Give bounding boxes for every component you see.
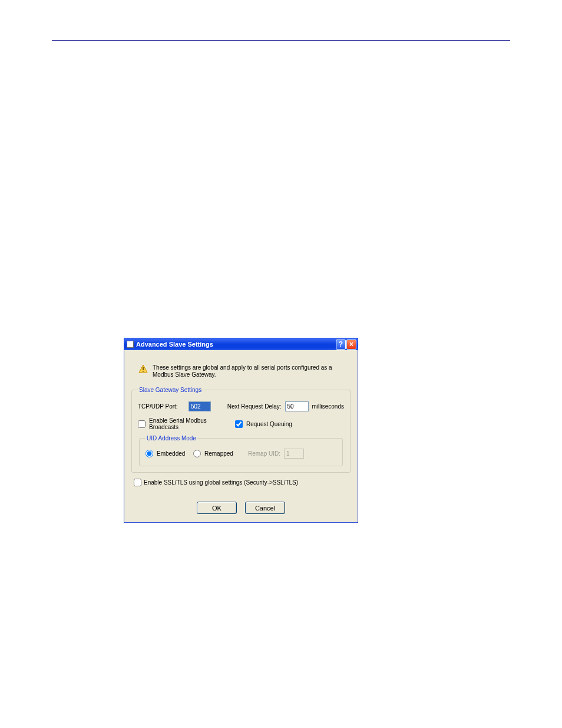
svg-rect-2	[143, 371, 144, 372]
help-button[interactable]: ?	[336, 340, 346, 350]
enable-ssl-label: Enable SSL/TLS using global settings (Se…	[144, 479, 298, 486]
uid-address-mode-group: UID Address Mode Embedded Remapped Remap…	[139, 435, 343, 466]
app-icon	[127, 341, 134, 348]
slave-gateway-settings-group: Slave Gateway Settings TCP/UDP Port: Nex…	[131, 387, 351, 473]
embedded-radio[interactable]	[146, 450, 153, 457]
milliseconds-label: milliseconds	[312, 403, 344, 410]
dialog-title: Advanced Slave Settings	[136, 341, 336, 348]
ok-button[interactable]: OK	[197, 502, 237, 514]
info-banner: These settings are global and apply to a…	[131, 360, 351, 383]
enable-broadcasts-label: Enable Serial Modbus Broadcasts	[149, 417, 232, 430]
enable-broadcasts-checkbox[interactable]	[138, 420, 146, 428]
embedded-label: Embedded	[157, 450, 190, 457]
titlebar: Advanced Slave Settings ? ×	[124, 338, 358, 350]
advanced-slave-settings-dialog: Advanced Slave Settings ? ×	[124, 338, 358, 523]
cancel-button[interactable]: Cancel	[245, 502, 285, 514]
tcp-udp-port-input[interactable]	[189, 401, 211, 411]
header-rule	[52, 40, 510, 41]
next-request-delay-label: Next Request Delay:	[227, 403, 282, 410]
remap-uid-label: Remap UID:	[248, 450, 280, 457]
next-request-delay-input[interactable]	[285, 401, 309, 411]
info-text: These settings are global and apply to a…	[153, 364, 346, 378]
help-icon: ?	[339, 340, 343, 348]
svg-rect-1	[143, 367, 144, 370]
slave-gateway-legend: Slave Gateway Settings	[138, 387, 203, 393]
request-queuing-checkbox[interactable]	[235, 420, 243, 428]
uid-address-mode-legend: UID Address Mode	[146, 435, 197, 442]
request-queuing-label: Request Queuing	[246, 421, 292, 427]
warning-icon	[138, 364, 148, 374]
tcp-udp-port-label: TCP/UDP Port:	[138, 403, 185, 410]
close-icon: ×	[349, 340, 353, 348]
remapped-radio[interactable]	[193, 450, 201, 457]
remapped-label: Remapped	[204, 450, 244, 457]
remap-uid-input	[284, 449, 304, 459]
close-button[interactable]: ×	[346, 340, 356, 350]
enable-ssl-checkbox[interactable]	[134, 479, 141, 486]
